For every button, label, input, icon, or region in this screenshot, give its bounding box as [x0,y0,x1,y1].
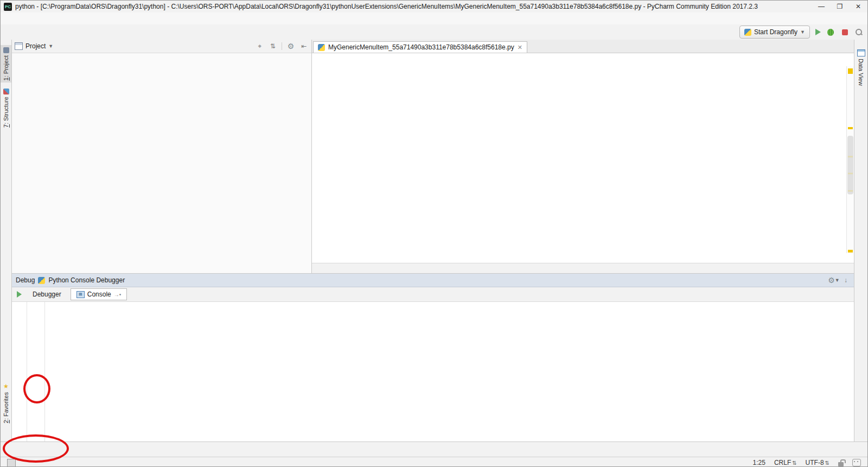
minimize-button[interactable]: — [812,1,831,12]
project-view-icon [15,42,23,50]
gear-icon[interactable]: ⚙ [286,42,295,51]
close-tab-icon[interactable]: ✕ [518,44,522,51]
close-button[interactable]: ✕ [849,1,867,12]
tool-stripe-project[interactable]: 1: Project [1,45,11,83]
run-config-label: Start Dragonfly [754,28,797,36]
line-separator-select[interactable]: CRLF⇅ [774,459,797,466]
error-stripe-mark[interactable] [848,190,853,192]
title-bar: PC python - [C:\ProgramData\ORS\Dragonfl… [1,1,867,12]
debug-session-name: Python Console Debugger [48,276,125,284]
chevron-down-icon: ▼ [48,43,53,49]
debug-button[interactable] [826,28,835,36]
editor-tab-bar: MyGenericMenuItem_55a71490a3b311e78b5384… [312,40,854,53]
error-stripe-mark[interactable] [848,127,853,129]
code-editor[interactable] [312,53,854,263]
python-icon [38,277,45,284]
maximize-button[interactable]: ❐ [831,1,849,12]
divider [282,42,282,50]
error-stripe-mark[interactable] [848,68,853,74]
editor-tab-label: MyGenericMenuItem_55a71490a3b311e78b5384… [328,43,514,51]
run-button[interactable] [815,29,821,35]
debug-toolbar: Debugger ▤ Console →• [11,287,854,302]
locate-file-button[interactable]: ⌖ [256,42,264,51]
project-panel: Project ▼ ⌖ ⇅ ⚙ ⇤ [11,40,312,273]
tool-window-bar [1,441,867,457]
window-title: python - [C:\ProgramData\ORS\Dragonfly31… [15,3,809,10]
structure-icon [3,89,9,94]
python-icon [744,29,751,36]
navigation-bar: Start Dragonfly ▼ [1,24,867,40]
tool-stripe-structure[interactable]: 7: Structure [1,86,11,130]
debug-panel: Debug Python Console Debugger ⚙▼ ↓ Debug… [11,273,854,442]
rerun-button[interactable] [15,290,23,299]
left-tool-stripe: 1: Project 7: Structure ★ 2: Favorites [1,40,12,441]
editor-area: MyGenericMenuItem_55a71490a3b311e78b5384… [312,40,854,273]
tool-stripe-data-view[interactable]: Data View [855,49,867,86]
editor-breadcrumb [312,263,854,273]
debug-panel-header: Debug Python Console Debugger ⚙▼ ↓ [11,274,854,287]
debug-left-toolbar [11,302,27,442]
error-stripe-mark[interactable] [848,250,853,253]
project-panel-header: Project ▼ ⌖ ⇅ ⚙ ⇤ [11,40,311,53]
debug-settings-icon[interactable]: ⚙▼ [829,276,838,285]
console-icon: ▤ [76,291,85,298]
project-view-select[interactable]: Project ▼ [15,42,252,50]
right-tool-stripe: Data View [854,40,867,441]
python-file-icon [318,44,325,51]
error-stripe[interactable] [846,66,854,253]
tool-window-quick-access-icon[interactable] [7,459,16,467]
editor-scrollbar[interactable] [847,136,853,194]
stop-button[interactable] [840,28,849,36]
console-output-indicator-icon: →• [114,292,122,298]
error-stripe-mark[interactable] [848,156,853,157]
menu-bar [1,12,867,25]
project-icon [3,47,9,53]
tab-debugger[interactable]: Debugger [27,288,67,300]
search-everywhere-button[interactable] [854,28,863,36]
caret-position[interactable]: 1:25 [753,459,765,466]
pycharm-window: PC python - [C:\ProgramData\ORS\Dragonfl… [0,0,868,467]
error-stripe-mark[interactable] [848,173,853,174]
star-icon: ★ [3,383,9,390]
editor-tab[interactable]: MyGenericMenuItem_55a71490a3b311e78b5384… [313,41,527,53]
debug-panel-title: Debug [16,276,35,284]
status-bar: 1:25 CRLF⇅ UTF-8⇅ [1,457,867,467]
data-view-icon [857,49,865,56]
encoding-select[interactable]: UTF-8⇅ [806,459,829,466]
collapse-all-button[interactable]: ⇅ [269,42,277,51]
console-toolbar [27,302,45,442]
run-configuration-select[interactable]: Start Dragonfly ▼ [739,26,810,39]
debug-console-output[interactable] [45,302,854,442]
readonly-lock-icon[interactable] [838,462,844,466]
hide-panel-icon[interactable]: ↓ [841,276,850,285]
tab-console[interactable]: ▤ Console →• [71,288,127,300]
hide-panel-button[interactable]: ⇤ [299,42,308,51]
pycharm-logo-icon: PC [4,3,12,11]
chevron-down-icon: ▼ [800,29,805,35]
status-face-icon[interactable] [852,459,861,466]
project-tree [11,53,311,273]
tool-stripe-favorites[interactable]: ★ 2: Favorites [1,381,11,425]
